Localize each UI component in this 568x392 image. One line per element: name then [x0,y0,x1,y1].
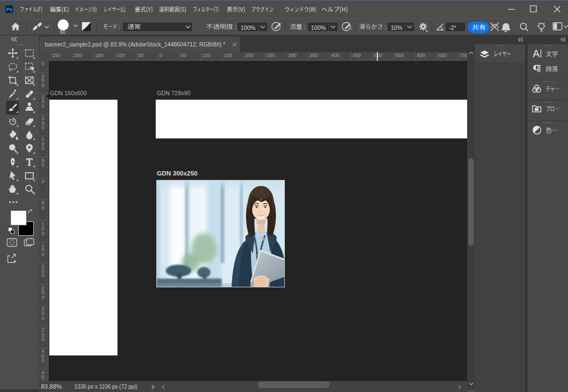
svg-text:0: 0 [42,82,44,88]
svg-text:0: 0 [42,205,44,210]
svg-text:700: 700 [460,53,467,58]
svg-text:0: 0 [42,231,44,236]
svg-text:0: 0 [42,358,44,363]
svg-text:0: 0 [42,179,44,184]
svg-text:0: 0 [42,125,44,130]
svg-text:200: 200 [245,53,254,58]
svg-text:400: 400 [331,53,339,58]
svg-text:0: 0 [42,295,44,300]
svg-text:150: 150 [224,53,232,58]
svg-text:0: 0 [42,252,44,257]
svg-text:250: 250 [267,53,275,58]
svg-text:600: 600 [417,53,425,58]
svg-text:0: 0 [42,61,44,66]
svg-text:300: 300 [288,53,296,58]
svg-text:500: 500 [374,53,382,58]
svg-text:0: 0 [42,337,44,342]
svg-text:250: 250 [52,53,60,58]
svg-text:50: 50 [181,53,186,58]
svg-text:0: 0 [42,146,44,151]
svg-text:0: 0 [160,53,162,58]
svg-text:200: 200 [74,53,82,58]
svg-text:0: 0 [42,104,44,109]
svg-text:100: 100 [202,53,211,58]
svg-text:0: 0 [42,316,44,321]
svg-text:650: 650 [438,53,447,58]
svg-text:100: 100 [116,53,125,58]
svg-text:150: 150 [95,53,103,58]
svg-text:350: 350 [310,53,318,58]
svg-text:450: 450 [352,53,361,58]
svg-text:550: 550 [396,53,404,58]
svg-text:0: 0 [42,162,44,168]
svg-text:50: 50 [138,53,144,58]
svg-text:0: 0 [42,273,44,278]
